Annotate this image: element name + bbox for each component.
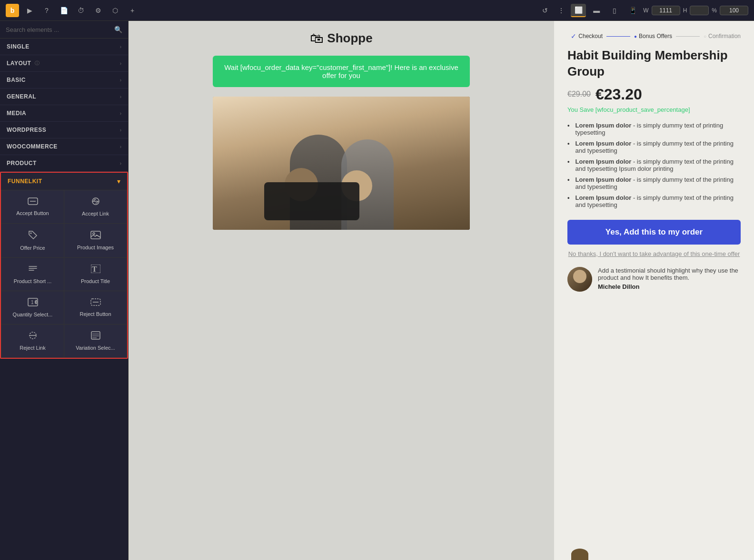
- accept-button[interactable]: Yes, Add this to my order: [567, 220, 741, 245]
- chevron-right-icon-wp: ›: [120, 128, 121, 133]
- bullet-1-bold: Lorem Ipsum dolor: [575, 122, 632, 129]
- more-options-icon[interactable]: ⋮: [555, 4, 568, 17]
- funnelkit-item-reject-link[interactable]: Reject Link: [1, 324, 64, 357]
- sidebar-item-general[interactable]: GENERAL ›: [0, 88, 128, 105]
- svg-point-6: [93, 233, 95, 235]
- zoom-input[interactable]: [720, 6, 748, 15]
- banner-text: Wait [wfocu_order_data key="customer_fir…: [224, 63, 458, 79]
- sidebar-general-label: GENERAL: [7, 93, 36, 100]
- sidebar-item-basic[interactable]: BASIC ›: [0, 72, 128, 88]
- step-bonus-offers: ● Bonus Offers: [634, 33, 672, 39]
- search-input[interactable]: [6, 26, 111, 33]
- avatar: [567, 267, 592, 292]
- confirmation-label: Confirmation: [708, 33, 741, 39]
- sidebar: 🔍 SINGLE › LAYOUT ⓘ › BASIC › GENERAL › …: [0, 21, 129, 560]
- height-input[interactable]: [690, 6, 709, 15]
- reject-link-button[interactable]: No thanks, I don't want to take advantag…: [567, 250, 741, 257]
- svg-point-4: [30, 233, 31, 234]
- svg-text:1: 1: [31, 300, 34, 305]
- sidebar-item-media[interactable]: MEDIA ›: [0, 105, 128, 122]
- current-price: €23.20: [595, 86, 642, 103]
- logo-button[interactable]: b: [6, 4, 19, 17]
- step-checkout: ✓ Checkout: [571, 32, 603, 40]
- funnelkit-item-accept-button[interactable]: Accept Button: [1, 190, 64, 223]
- testimonial-content: Add a testimonial should highlight why t…: [598, 267, 741, 290]
- funnelkit-item-offer-price[interactable]: Offer Price: [1, 224, 64, 257]
- sidebar-item-wordpress[interactable]: WORDPRESS ›: [0, 122, 128, 138]
- accept-link-label: Accept Link: [82, 211, 109, 216]
- store-name: Shoppe: [327, 31, 372, 46]
- accept-link-icon: [90, 197, 101, 208]
- sidebar-woo-label: WOOCOMMERCE: [7, 143, 58, 150]
- quantity-select-label: Quantity Select...: [13, 312, 53, 317]
- progress-line-2: [676, 36, 700, 37]
- document-icon[interactable]: 📄: [57, 4, 70, 17]
- width-input[interactable]: [652, 6, 680, 15]
- variation-select-icon: [91, 331, 100, 342]
- funnelkit-item-accept-link[interactable]: Accept Link: [64, 190, 127, 223]
- product-title-label: Product Title: [81, 278, 110, 284]
- svg-rect-21: [91, 332, 100, 339]
- product-bullets: Lorem Ipsum dolor - is simply dummy text…: [567, 120, 741, 210]
- history-icon[interactable]: ⏱: [74, 4, 88, 17]
- funnelkit-item-variation-select[interactable]: Variation Selec...: [64, 324, 127, 357]
- funnelkit-label: FUNNELKIT: [8, 178, 42, 185]
- right-panel: ✓ Checkout ● Bonus Offers ○ Confirmation…: [554, 21, 754, 560]
- reject-link-icon: [28, 331, 38, 342]
- funnelkit-item-product-short[interactable]: Product Short ...: [1, 258, 64, 291]
- tablet-v-device-btn[interactable]: ▯: [607, 4, 622, 17]
- percent-label: %: [712, 7, 717, 14]
- product-images-icon: [90, 231, 101, 242]
- search-bar: 🔍: [0, 21, 128, 39]
- bullet-5-bold: Lorem Ipsum dolor: [575, 194, 632, 201]
- accept-button-label: Accept Button: [16, 210, 49, 216]
- funnelkit-header[interactable]: FUNNELKIT ▾: [1, 173, 127, 190]
- chevron-right-icon-general: ›: [120, 94, 121, 99]
- offer-price-icon: [28, 230, 38, 242]
- bullet-4: Lorem Ipsum dolor - is simply dummy text…: [567, 174, 741, 192]
- svg-text:T: T: [92, 265, 97, 273]
- sidebar-item-layout[interactable]: LAYOUT ⓘ ›: [0, 55, 128, 72]
- sidebar-product-label: PRODUCT: [7, 160, 37, 167]
- variation-select-label: Variation Selec...: [76, 345, 115, 351]
- bullet-5: Lorem Ipsum dolor - is simply dummy text…: [567, 192, 741, 210]
- mobile-device-btn[interactable]: 📱: [625, 4, 640, 17]
- sidebar-basic-label: BASIC: [7, 77, 26, 83]
- product-short-label: Product Short ...: [14, 278, 51, 284]
- bonus-circle-icon: ●: [634, 34, 637, 39]
- sidebar-item-single[interactable]: SINGLE ›: [0, 39, 128, 55]
- refresh-icon[interactable]: ↺: [538, 4, 552, 17]
- confirmation-circle-icon: ○: [704, 34, 706, 39]
- bullet-3-bold: Lorem Ipsum dolor: [575, 158, 632, 165]
- sidebar-single-label: SINGLE: [7, 43, 30, 50]
- desktop-device-btn[interactable]: ⬜: [571, 4, 586, 17]
- sidebar-item-product[interactable]: PRODUCT ›: [0, 155, 128, 172]
- play-icon[interactable]: ▶: [23, 4, 36, 17]
- store-icon: 🛍: [310, 30, 323, 46]
- checkout-progress: ✓ Checkout ● Bonus Offers ○ Confirmation: [567, 32, 741, 40]
- testimonial: Add a testimonial should highlight why t…: [567, 267, 741, 292]
- tablet-h-device-btn[interactable]: ▬: [589, 4, 604, 17]
- bullet-2-bold: Lorem Ipsum dolor: [575, 140, 632, 147]
- sidebar-item-woocommerce[interactable]: WOOCOMMERCE ›: [0, 138, 128, 155]
- chevron-right-icon-product: ›: [120, 161, 121, 166]
- funnelkit-item-product-images[interactable]: Product Images: [64, 224, 127, 257]
- grid-icon[interactable]: ⬡: [109, 4, 122, 17]
- price-save: You Save [wfocu_product_save_percentage]: [567, 106, 741, 113]
- canvas-area: 🛍 Shoppe Wait [wfocu_order_data key="cus…: [129, 21, 554, 560]
- add-icon[interactable]: +: [126, 4, 139, 17]
- funnelkit-item-product-title[interactable]: T Product Title: [64, 258, 127, 291]
- funnelkit-item-quantity-select[interactable]: 1▲▼ Quantity Select...: [1, 291, 64, 324]
- reject-button-icon: [90, 298, 101, 308]
- product-title: Habit Building Membership Group: [567, 48, 741, 80]
- testimonial-text: Add a testimonial should highlight why t…: [598, 267, 741, 281]
- chevron-right-icon-woo: ›: [120, 144, 121, 149]
- funnelkit-item-reject-button[interactable]: Reject Button: [64, 291, 127, 324]
- settings-icon[interactable]: ⚙: [91, 4, 105, 17]
- sidebar-media-label: MEDIA: [7, 110, 26, 117]
- product-image: [213, 97, 470, 230]
- funnelkit-section: FUNNELKIT ▾ Accept Button Accept Link: [0, 172, 128, 359]
- product-images-label: Product Images: [77, 245, 114, 250]
- help-icon[interactable]: ?: [40, 4, 53, 17]
- svg-rect-5: [91, 231, 100, 239]
